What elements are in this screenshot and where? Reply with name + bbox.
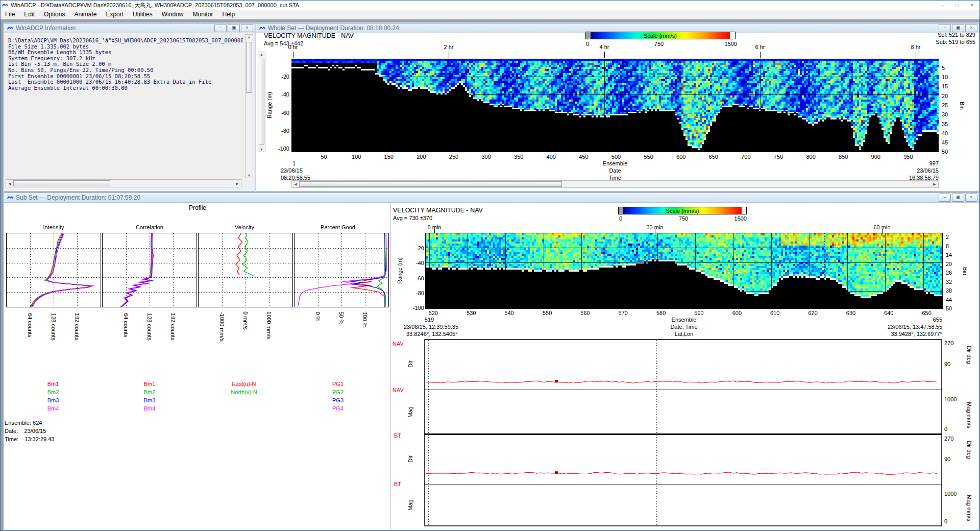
- profile-subplot-title: Intensity: [43, 224, 64, 230]
- close-icon[interactable]: ×: [965, 194, 977, 202]
- legend-bm1: Bm1: [144, 381, 156, 387]
- legend-pg2: PG2: [332, 389, 344, 395]
- app-maximize-button[interactable]: □: [950, 2, 965, 8]
- ws-bin-tick: 25: [942, 102, 948, 108]
- close-icon[interactable]: ×: [965, 24, 977, 32]
- ws-date-axis-label: Date: [609, 167, 621, 174]
- sv-avg: Avg = 730 ±370: [393, 215, 432, 221]
- ts-right-tick: 0: [944, 426, 947, 432]
- info-horizontal-scrollbar[interactable]: ◀▶: [6, 179, 241, 187]
- profile-subplot-title: Correlation: [136, 224, 163, 230]
- profile-axis-tick: 1000 mm/s: [266, 311, 272, 339]
- info-vertical-scrollbar[interactable]: ▲▼: [245, 34, 253, 178]
- ws-velocity-heatmap[interactable]: [291, 59, 939, 152]
- winadcp-logo-icon: [2, 2, 9, 8]
- restore-icon[interactable]: ▣: [952, 194, 964, 202]
- profile-axis-tick: -1000 mm/s: [219, 312, 225, 342]
- winadcp-logo-icon: [7, 25, 14, 31]
- ws-ensemble-tick: 450: [579, 154, 588, 160]
- close-icon[interactable]: ×: [241, 24, 253, 32]
- ws-ensemble-tick: 700: [741, 154, 750, 160]
- app-close-button[interactable]: ×: [965, 2, 979, 8]
- ts-row-bt-label: BT: [394, 481, 401, 487]
- ws-last-ensemble: 997: [929, 160, 939, 166]
- sv-bin-axis-label: Bin: [962, 267, 968, 275]
- ws-ensemble-axis-label: Ensemble: [603, 160, 628, 166]
- minimize-icon[interactable]: –: [939, 194, 951, 202]
- ws-bin-tick: 10: [942, 74, 948, 80]
- menu-window[interactable]: Window: [157, 10, 188, 18]
- tick-mark: [604, 52, 605, 58]
- minimize-icon[interactable]: –: [939, 24, 951, 32]
- sv-ensemble-tick: 620: [808, 310, 817, 316]
- menu-help[interactable]: Help: [217, 10, 239, 18]
- menu-animate[interactable]: Animate: [69, 10, 101, 18]
- info-window-titlebar[interactable]: WinADCP Information – ▣ ×: [4, 23, 255, 33]
- menu-utilities[interactable]: Utilities: [128, 10, 157, 18]
- ws-bin-tick: 15: [942, 83, 948, 89]
- legend-bm3: Bm3: [47, 397, 59, 403]
- ts-right-tick: 270: [944, 340, 953, 346]
- legend-bm2: Bm2: [47, 389, 59, 395]
- ws-ensemble-tick: 950: [903, 154, 913, 160]
- winadcp-logo-icon: [259, 25, 266, 31]
- sub-set-titlebar[interactable]: Sub Set --- Deployment Duration: 01:07:5…: [4, 193, 979, 203]
- profile-axis-tick: 0 mm/s: [242, 311, 249, 330]
- ws-ensemble-tick: 500: [611, 154, 621, 160]
- menu-file[interactable]: File: [1, 10, 19, 18]
- ts-right-tick: 1000: [944, 491, 957, 497]
- ts-right-tick: 90: [944, 361, 950, 367]
- ws-plot-title: VELOCITY MAGNITUDE - NAV: [264, 32, 354, 39]
- sv-datetime-axis-label: Date, Time: [670, 324, 697, 330]
- ws-color-scale: Scale (mm/s): [585, 32, 736, 39]
- restore-icon[interactable]: ▣: [228, 24, 240, 32]
- ts-axis-mag: Mag: [407, 499, 413, 510]
- profile-axis-tick: 128 counts: [146, 313, 153, 341]
- ws-range-tick: -80: [281, 128, 289, 134]
- ws-ensemble-tick: 200: [416, 154, 426, 160]
- sv-ensemble-tick: 610: [770, 310, 779, 316]
- menu-monitor[interactable]: Monitor: [188, 10, 217, 18]
- percent-good-profile-plot[interactable]: [295, 233, 388, 307]
- ws-range-tick: -20: [281, 74, 289, 80]
- menu-edit[interactable]: Edit: [19, 10, 39, 18]
- info-window: WinADCP Information – ▣ × D:\Data\ADCP\V…: [4, 23, 255, 191]
- sv-velocity-heatmap[interactable]: [426, 233, 942, 308]
- ws-end-date: 23/06/15: [917, 167, 939, 174]
- correlation-profile-plot[interactable]: [103, 233, 197, 307]
- sv-ensemble-tick: 530: [467, 310, 476, 316]
- app-minimize-button[interactable]: –: [935, 2, 950, 8]
- sv-bin-tick: 8: [946, 243, 949, 249]
- nav-bt-timeseries-plot[interactable]: [424, 339, 942, 526]
- restore-icon[interactable]: ▣: [952, 24, 964, 32]
- velocity-profile-plot[interactable]: [199, 233, 292, 307]
- ts-right-tick: 1000: [944, 396, 957, 402]
- menu-options[interactable]: Options: [39, 10, 69, 18]
- ws-horizontal-scrollbar[interactable]: ◀▶: [291, 180, 939, 188]
- menu-export[interactable]: Export: [101, 10, 128, 18]
- ws-ensemble-tick: 850: [839, 154, 848, 160]
- sv-bin-tick: 32: [946, 279, 952, 285]
- ws-range-tick: -60: [281, 110, 289, 116]
- ws-ensemble-tick: 800: [806, 154, 815, 160]
- ws-vertical-scrollbar[interactable]: ▲▼: [258, 52, 265, 152]
- subset-panel-divider: [390, 202, 390, 529]
- ws-range-axis-label: Range (m): [266, 92, 273, 118]
- ws-scale-label: Scale (mm/s): [644, 33, 677, 39]
- ws-ensemble-tick: 150: [384, 154, 394, 160]
- tick-mark: [293, 52, 293, 58]
- ws-ensemble-tick: 300: [481, 154, 491, 160]
- sv-range-tick: -80: [416, 290, 424, 296]
- intensity-profile-plot[interactable]: [7, 233, 101, 307]
- profile-title: Profile: [189, 204, 206, 211]
- ts-axis-dir: Dir: [407, 360, 413, 368]
- menu-bar: FileEditOptionsAnimateExportUtilitiesWin…: [1, 10, 979, 19]
- tick-mark: [916, 52, 916, 58]
- sv-range-tick: -100: [413, 305, 424, 311]
- legend-bm4: Bm4: [47, 405, 59, 412]
- sv-bin-tick: 44: [946, 297, 952, 303]
- ws-range-tick: -100: [278, 146, 289, 152]
- minimize-icon[interactable]: –: [214, 24, 227, 32]
- app-titlebar[interactable]: WinADCP - D:¥Data¥ADCP¥VM Das¥20230616_大…: [1, 1, 979, 10]
- ws-ensemble-tick: 50: [321, 154, 327, 160]
